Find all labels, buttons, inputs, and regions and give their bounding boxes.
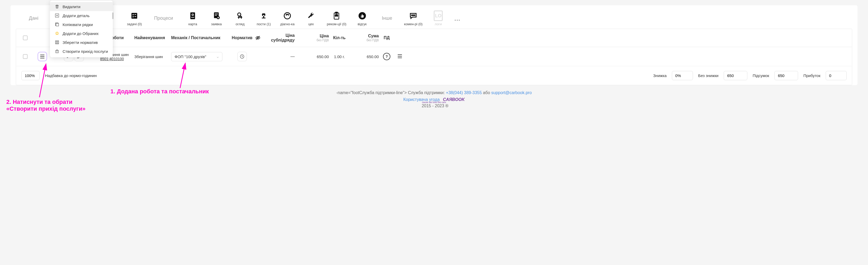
subtotal-label: Підсумок (753, 73, 769, 78)
row-subcontract: — (255, 54, 303, 59)
mechanic-select[interactable]: ФОП "100 друзів" ⌄ (171, 52, 222, 61)
log-icon: LO (434, 10, 443, 21)
toolbar-diagnostic[interactable]: діагно-ка (276, 10, 299, 26)
toolbar-posts[interactable]: пости (1) (252, 10, 276, 26)
svg-rect-33 (335, 12, 338, 13)
markup-label: Надбавка до нормо-годинин (45, 73, 97, 78)
th-sum: Сума (350, 34, 379, 38)
svg-point-24 (262, 15, 263, 16)
svg-point-25 (264, 15, 265, 16)
footer-or: або (483, 90, 491, 95)
toolbar-workshop[interactable]: цех (299, 10, 323, 26)
toolbar-logs[interactable]: LO логи (426, 10, 450, 26)
footer-email-link[interactable]: support@carbook.pro (491, 90, 532, 95)
svg-point-22 (238, 18, 239, 19)
percent-input[interactable] (21, 71, 40, 80)
toolbar-workshop-label: цех (308, 22, 314, 26)
th-mechanic: Механік / Постачальник (171, 35, 229, 40)
clock-button[interactable] (237, 52, 247, 61)
row-menu-button[interactable] (38, 52, 47, 61)
toolbar-review[interactable]: огляд (228, 10, 252, 26)
menu-add-detail-label: Додати деталь (63, 13, 90, 18)
toolbar-feedback-label: відгук (358, 22, 367, 26)
menu-delete-label: Видалити (63, 4, 81, 9)
row-checkbox[interactable] (23, 54, 28, 59)
footer-phone-link[interactable]: +38(044) 389-3355 (446, 90, 482, 95)
toolbar-label-other: Інше (374, 16, 400, 21)
toolbar-map[interactable]: карта (181, 10, 205, 26)
work-table: Тип роботи Найменування Механік / Постач… (16, 29, 852, 85)
toolbar-label-processes: Процеси (146, 16, 181, 21)
svg-rect-10 (134, 16, 136, 17)
th-qty: Кіл-ть (329, 35, 350, 40)
footer-logo-sub: cause we love the cars (10, 101, 858, 104)
toolbar-logs-label: логи (435, 22, 442, 26)
toolbar-more[interactable]: … (450, 15, 464, 22)
question-button[interactable]: ? (383, 53, 390, 60)
menu-create-service-income[interactable]: Створити прихід послуги (50, 47, 113, 56)
annotation-1: 1. Додана робота та постачальник (111, 88, 209, 95)
toolbar-review-label: огляд (236, 22, 245, 26)
svg-point-37 (412, 15, 412, 16)
svg-point-23 (241, 18, 242, 19)
profit-input[interactable] (826, 71, 847, 80)
request-icon (211, 10, 222, 21)
context-menu: Видалити Додати деталь Копіювати рядки (50, 1, 113, 57)
no-discount-input[interactable] (724, 71, 747, 80)
discount-input[interactable] (672, 71, 693, 80)
select-all-checkbox[interactable] (23, 35, 28, 40)
th-name: Найменування (134, 35, 171, 40)
wrench-icon (306, 10, 316, 21)
building-icon (55, 49, 59, 54)
th-sum-sub: без ПДВ (350, 38, 379, 42)
row-overflow-icon[interactable] (398, 55, 402, 59)
toolbar-recommendations[interactable]: реком-ції (0) (323, 10, 350, 26)
menu-save-normative-label: Зберегти норматив (63, 40, 98, 45)
thumbs-up-icon (357, 10, 368, 21)
menu-delete[interactable]: Видалити (50, 2, 113, 11)
svg-rect-14 (191, 17, 194, 18)
svg-point-29 (286, 15, 287, 16)
svg-point-13 (192, 14, 193, 15)
profit-label: Прибуток (803, 73, 820, 78)
car-lift-icon (258, 10, 269, 21)
row-name: Зберігання шин (134, 54, 171, 59)
svg-rect-9 (134, 14, 136, 15)
menu-copy-rows-label: Копіювати рядки (63, 22, 93, 27)
toolbar-map-label: карта (188, 22, 197, 26)
menu-save-normative[interactable]: Зберегти норматив (50, 38, 113, 47)
eye-slash-icon[interactable] (255, 35, 260, 40)
annotation-2: 2. Натиснути та обрати «Створити прихід … (6, 98, 86, 112)
toolbar: Дані Видалити Додати деталь (10, 5, 858, 29)
toolbar-request[interactable]: заявка (205, 10, 228, 26)
th-pd: ПД (379, 35, 395, 40)
toolbar-tasks[interactable]: задачі (0) (123, 10, 146, 26)
th-normative: Норматив (229, 35, 255, 40)
toolbar-feedback[interactable]: відгук (350, 10, 374, 26)
subtotal-input[interactable] (774, 71, 798, 80)
svg-rect-3 (56, 51, 58, 53)
menu-create-service-income-label: Створити прихід послуги (63, 49, 108, 54)
toolbar-posts-label: пости (1) (257, 22, 271, 26)
svg-point-39 (414, 15, 415, 16)
menu-add-detail[interactable]: Додати деталь (50, 11, 113, 20)
th-price-sub: без ПДВ (303, 38, 329, 42)
menu-add-favorites[interactable]: Додати до Обраних (50, 29, 113, 38)
footer-logo: CAЯBOOK (443, 97, 465, 102)
svg-rect-2 (56, 41, 59, 44)
svg-point-28 (284, 12, 290, 19)
toolbar-recommendations-label: реком-ції (0) (327, 22, 346, 26)
chat-icon (408, 10, 418, 21)
toolbar-label-data: Дані (21, 16, 46, 21)
row-sum: 650.00 (350, 54, 379, 59)
toolbar-diagnostic-label: діагно-ка (280, 22, 294, 26)
svg-rect-32 (334, 13, 339, 19)
review-icon (235, 10, 245, 21)
svg-point-34 (335, 16, 336, 17)
row-price: 650.00 (303, 54, 329, 59)
menu-copy-rows[interactable]: Копіювати рядки (50, 20, 113, 29)
svg-rect-17 (215, 15, 217, 16)
menu-add-favorites-label: Додати до Обраних (63, 31, 99, 36)
svg-rect-27 (262, 18, 266, 19)
toolbar-comments[interactable]: комен-рі (0) (400, 10, 426, 26)
